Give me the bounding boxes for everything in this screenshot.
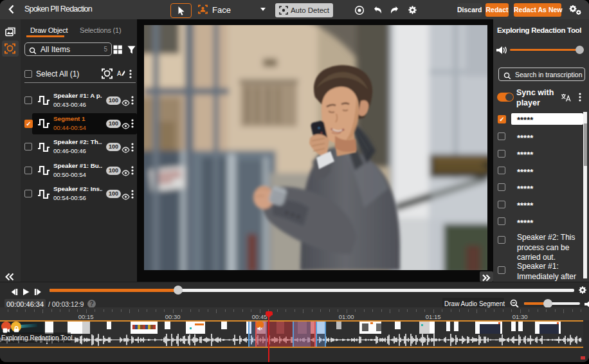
svg-text:A: A — [117, 70, 122, 77]
